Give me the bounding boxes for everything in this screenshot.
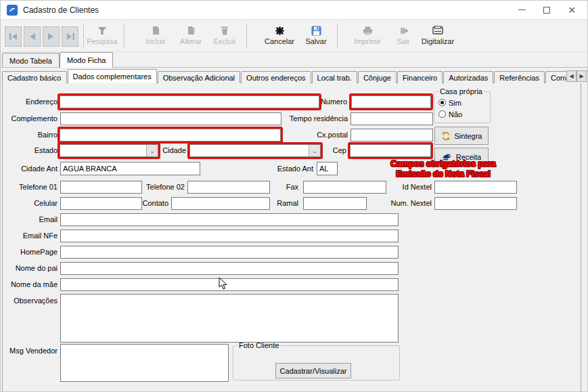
estado-combobox[interactable]: ⌄	[60, 144, 158, 157]
ramal-input[interactable]	[303, 197, 367, 210]
casa-propria-legend: Casa própria	[438, 87, 484, 95]
toolbar-separator	[124, 24, 125, 48]
mouse-cursor-icon	[219, 277, 228, 290]
tab-observacao-adicional[interactable]: Observação Adicional	[158, 71, 240, 83]
cidade-required-highlight: ⌄	[187, 142, 323, 159]
id-nextel-input[interactable]	[434, 181, 517, 194]
cx-postal-label: Cx.postal	[294, 131, 348, 139]
radio-nao-icon	[438, 110, 446, 118]
sintegra-button[interactable]: Sintegra	[434, 127, 489, 145]
nav-prev-icon	[29, 33, 35, 40]
radio-nao[interactable]: Não	[438, 108, 486, 120]
fax-input[interactable]	[303, 181, 386, 194]
telefone02-label: Telefone 02	[131, 183, 185, 191]
estado-label: Estado	[1, 146, 58, 154]
scroll-right-icon: ▶	[579, 73, 583, 79]
sair-button[interactable]: Sair	[392, 23, 415, 50]
bairro-input[interactable]	[60, 129, 281, 141]
cadastrar-visualizar-button[interactable]: Cadastrar/Visualizar	[275, 363, 351, 378]
num-nextel-input[interactable]	[434, 197, 517, 210]
observacoes-textarea[interactable]	[60, 294, 399, 343]
tab-local-trab[interactable]: Local trab.	[312, 71, 357, 83]
tab-scroll-left-button[interactable]: ◀	[566, 70, 576, 82]
close-button[interactable]: ✕	[560, 1, 583, 19]
tempo-residencia-label: Tempo residência	[280, 114, 348, 123]
nav-first-icon	[9, 33, 18, 40]
nav-first-button[interactable]	[5, 26, 22, 47]
numero-input[interactable]	[351, 95, 431, 108]
tab-cadastro-basico[interactable]: Cadastro básico	[2, 71, 67, 83]
alterar-button[interactable]: Alterar	[175, 23, 207, 50]
casa-propria-groupbox: Casa própria Sim Não	[434, 87, 491, 123]
maximize-button[interactable]	[535, 1, 558, 19]
bairro-required-highlight	[58, 127, 283, 144]
tab-scroll-right-button[interactable]: ▶	[576, 70, 587, 82]
nav-last-button[interactable]	[62, 26, 78, 47]
tab-referencias[interactable]: Referências	[494, 71, 545, 83]
salvar-button[interactable]: Salvar	[300, 23, 332, 50]
mode-tab-tabela[interactable]: Modo Tabela	[2, 53, 60, 68]
printer-icon	[363, 25, 373, 36]
incluir-button[interactable]: Incluir	[139, 23, 172, 50]
pesquisa-button[interactable]: Pesquisa	[83, 23, 121, 50]
foto-cliente-groupbox: Foto Cliente Cadastrar/Visualizar	[233, 341, 400, 380]
numero-label: Numero	[293, 97, 347, 106]
homepage-input[interactable]	[60, 246, 399, 259]
cancel-asterisk-icon	[275, 25, 284, 36]
toolbar: Pesquisa Incluir Alterar Excluir	[1, 20, 587, 52]
imprimir-button[interactable]: Imprimir	[350, 23, 385, 50]
telefone01-input[interactable]	[60, 181, 142, 194]
tab-dados-complementares[interactable]: Dados complementares	[68, 69, 157, 83]
mode-tab-ficha[interactable]: Modo Ficha	[60, 52, 113, 68]
radio-sim[interactable]: Sim	[438, 97, 486, 108]
bairro-label: Bairro	[1, 131, 58, 139]
digitalizar-button[interactable]: Digitalizar	[418, 23, 457, 50]
email-nfe-label: Email NFe	[1, 232, 58, 240]
telefone01-label: Telefone 01	[1, 183, 58, 191]
estado-ant-label: Estado Ant	[259, 165, 313, 173]
minimize-button[interactable]	[510, 1, 533, 19]
scroll-left-icon: ◀	[569, 73, 573, 79]
cidade-combobox[interactable]: ⌄	[189, 144, 321, 157]
exit-icon	[399, 25, 408, 36]
cep-required-highlight	[348, 142, 433, 159]
celular-label: Celular	[1, 199, 58, 207]
add-record-icon	[151, 25, 160, 36]
msg-vendedor-textarea[interactable]	[60, 344, 229, 382]
num-nextel-label: Num. Nextel	[371, 199, 432, 207]
nome-pai-input[interactable]	[60, 262, 399, 275]
cx-postal-input[interactable]	[350, 129, 433, 141]
cidade-ant-input[interactable]	[60, 162, 200, 175]
excluir-button[interactable]: Excluir	[208, 23, 241, 50]
email-nfe-input[interactable]	[60, 230, 399, 242]
tab-financeiro[interactable]: Financeiro	[397, 71, 443, 83]
nav-next-button[interactable]	[43, 26, 60, 47]
required-fields-note: Campos obrigatórios para Emissão de Nota…	[371, 159, 515, 179]
email-input[interactable]	[60, 213, 399, 226]
tab-outros-enderecos[interactable]: Outros endereços	[241, 71, 311, 83]
cep-input[interactable]	[350, 144, 431, 157]
window-title: Cadastro de Clientes	[23, 5, 99, 15]
cidade-ant-label: Cidade Ant	[1, 165, 58, 173]
title-bar: Cadastro de Clientes ✕	[1, 1, 587, 20]
nome-mae-input[interactable]	[60, 278, 399, 291]
trash-icon	[220, 25, 229, 36]
cancelar-button[interactable]: Cancelar	[261, 23, 298, 50]
sync-arrows-icon	[441, 131, 451, 141]
email-label: Email	[1, 215, 58, 223]
id-nextel-label: Id Nextel	[378, 183, 432, 191]
fax-label: Fax	[258, 183, 298, 191]
estado-ant-input[interactable]	[317, 162, 338, 175]
endereco-input[interactable]	[60, 95, 319, 108]
nome-mae-label: Nome da mãe	[1, 280, 58, 288]
complemento-label: Complemento	[1, 114, 58, 123]
endereco-required-highlight	[58, 93, 321, 110]
tempo-residencia-input[interactable]	[350, 112, 433, 125]
nav-prev-button[interactable]	[24, 26, 41, 47]
tab-conjuge[interactable]: Cônjuge	[358, 71, 397, 83]
app-window: Cadastro de Clientes ✕ Pesquisa	[0, 0, 588, 392]
radio-sim-icon	[438, 99, 446, 106]
tab-autorizadas[interactable]: Autorizadas	[443, 71, 493, 83]
nome-pai-label: Nome do pai	[1, 264, 58, 272]
complemento-input[interactable]	[60, 112, 281, 125]
